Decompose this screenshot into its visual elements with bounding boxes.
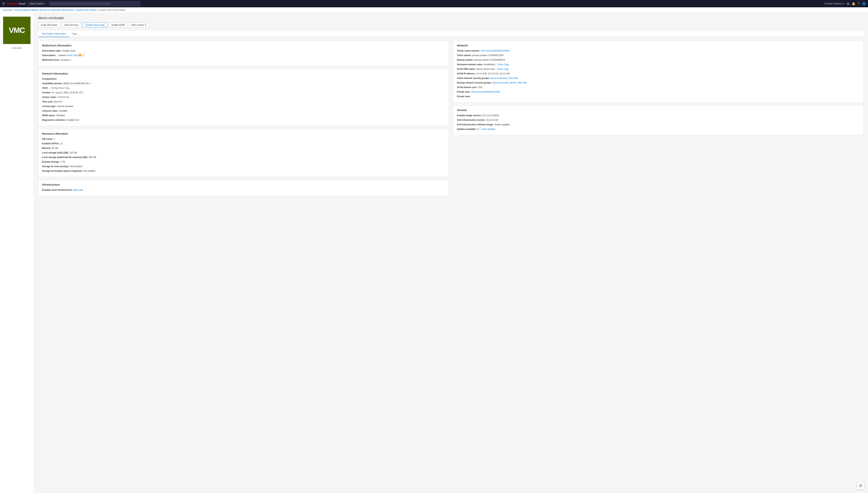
breadcrumb-exadata-service[interactable]: Oracle Exadata Database Service on Dedic… [14, 9, 74, 11]
backup-nsg-row: Backup network security groups: demo-vmc… [457, 81, 860, 84]
license-type-label: License type: [42, 105, 56, 108]
grid-software-row: Grid Infrastructure software image: Orac… [457, 123, 860, 126]
main-content: demo-vmcluster Scale VM cluster Add SSH … [34, 13, 868, 493]
view-updates-link[interactable]: View updates [482, 128, 495, 131]
vcn-row: Virtual cloud network: VCN-service202408… [457, 49, 860, 52]
client-nsg-link[interactable]: demo-vmcluster2_NSG [491, 77, 514, 80]
breadcrumb-current: Exadata VM Cluster Details [99, 9, 126, 11]
subscription-type-value: Google Cloud [62, 49, 75, 52]
breadcrumb-vm-clusters[interactable]: Exadata VM Clusters [76, 9, 96, 11]
scan-dns-value: demo2-sesuv-scan... [476, 67, 497, 71]
exadata-image-row: Exadata image version: 23.1.13.0.240510 [457, 114, 860, 117]
enabled-ocpus-label: Enabled OCPUs: [42, 142, 59, 145]
updates-info-icon[interactable]: i [479, 128, 481, 130]
local-storage-add-value: 368 GB [89, 156, 96, 159]
tab-tags[interactable]: Tags [69, 31, 80, 37]
updates-available-label: Updates available: [457, 128, 476, 131]
hostname-value: dxnwfksyhx... [484, 63, 497, 66]
page-title: demo-vmcluster [38, 16, 864, 20]
client-nsg-edit-link[interactable]: Edit [514, 77, 518, 80]
local-storage-u02-label: Local storage (/u02) (GB): [42, 151, 69, 154]
more-actions-chevron-icon: ▾ [145, 24, 146, 26]
status-badge: AVAILABLE [12, 47, 22, 49]
more-actions-button[interactable]: More actions ▾ [129, 23, 149, 27]
grid-software-value: Oracle supplied [494, 123, 509, 126]
ocid-label: OCID: [42, 86, 48, 90]
memory-label: Memory: [42, 147, 51, 150]
help-fab[interactable] [857, 482, 864, 489]
subscription-warning-icon: ! [79, 54, 81, 56]
ocid-show-link[interactable]: Show [59, 86, 64, 90]
availability-domain-label: Availability domain: [42, 82, 63, 85]
private-view-link[interactable]: VCN-service20240816104441 [471, 90, 500, 93]
globe-icon[interactable]: 🌐 [862, 2, 866, 5]
subscription-copy-link[interactable]: Copy [73, 54, 78, 57]
exadata-storage-row: Exadata storage: 2 TB [42, 160, 445, 164]
scan-ip-row: SCAN IP address: 10.3.0.209, 10.3.0.113,… [457, 72, 860, 75]
ocid-copy-link[interactable]: Copy [65, 86, 70, 90]
diagnostics-edit-link[interactable]: Edit [75, 119, 79, 122]
env-switcher-button[interactable]: Cloud Classic ▾ [27, 2, 47, 6]
subscription-show-link[interactable]: Show [67, 54, 72, 57]
oracle-text: ORACLE [7, 2, 18, 5]
scan-port-label: SCAN listener port: [457, 86, 477, 89]
exadata-cloud-link[interactable]: demo-infa [73, 188, 83, 192]
subscription-label: Subscription: [42, 54, 56, 57]
fab-dots-icon [859, 484, 862, 487]
hostname-show-link[interactable]: Show [498, 63, 503, 66]
ocid-row: OCID: ...7xx7xq Show Copy [42, 86, 445, 90]
enable-iorm-button[interactable]: Enable IORM [109, 23, 128, 27]
resource-allocation-section: Resource allocation VM Count: 2 Enabled … [38, 129, 449, 177]
scan-dns-copy-link[interactable]: Copy [503, 67, 508, 71]
infrastructure-section: Infrastructure Exadata cloud infrastruct… [38, 180, 449, 196]
updates-available-row: Updates available: 6 i View updates [457, 128, 860, 131]
network-section: Network Virtual cloud network: VCN-servi… [453, 41, 864, 103]
vcn-label: Virtual cloud network: [457, 49, 480, 52]
sidebar: VMC AVAILABLE [0, 13, 34, 493]
backup-nsg-edit-link[interactable]: Edit [523, 81, 527, 84]
grid-infra-row: Grid infrastructure version: 23.4.0.24.0… [457, 119, 860, 122]
hostname-copy-link[interactable]: Copy [504, 63, 509, 66]
search-input[interactable] [49, 1, 140, 6]
hamburger-icon[interactable]: ☰ [2, 2, 5, 5]
vcn-link[interactable]: VCN-service20240816104441 [481, 49, 510, 52]
diagnostics-label: Diagnostics collection: [42, 119, 66, 122]
subscription-type-label: Subscription type: [42, 49, 61, 52]
notifications-icon[interactable]: 🔔 [852, 2, 855, 5]
multicloud-section: Multicloud information Subscription type… [38, 41, 449, 66]
backup-subnet-label: Backup subnet: [457, 58, 474, 62]
client-nsg-label: Client network security groups: [457, 77, 490, 80]
exadata-image-value: 23.1.13.0.240510 [482, 114, 499, 117]
enabled-ocpus-value: 12 [60, 142, 63, 145]
updates-count: 6 [477, 128, 478, 131]
subscription-info-icon[interactable]: i [82, 54, 85, 56]
created-row: Created: Fri, Aug 16, 2024, 14:39:42 UTC [42, 91, 445, 94]
multicloud-zone-row: Multicloud Zone: us-east4-a [42, 58, 445, 62]
tab-bar: VM Cluster Information Tags [38, 31, 864, 37]
exadata-storage-value: 2 TB [61, 160, 65, 164]
lifecycle-state-label: Lifecycle state: [42, 109, 58, 112]
grid-infra-label: Grid infrastructure version: [457, 119, 485, 122]
storage-snapshots-row: Storage for Exadata sparse snapshots: No… [42, 169, 445, 173]
backup-nsg-link[interactable]: demo-vmcluster2_BCKP_NSG [493, 81, 522, 84]
iorm-status-label: IORM status: [42, 114, 56, 117]
cloud-text: Cloud [18, 2, 25, 5]
scale-vm-button[interactable]: Scale VM cluster [38, 23, 60, 27]
subscription-row: Subscription: ...aaaaaa Show Copy ! i [42, 54, 445, 57]
subscription-type-row: Subscription type: Google Cloud [42, 49, 445, 52]
update-license-button[interactable]: Update license type [83, 23, 107, 27]
add-ssh-button[interactable]: Add SSH keys [62, 23, 81, 27]
exadata-cloud-row: Exadata cloud infrastructure: demo-infa [42, 188, 445, 192]
tab-vm-cluster-information[interactable]: VM Cluster Information [39, 31, 69, 37]
top-navigation: ☰ ORACLE Cloud Cloud Classic ▾ US East (… [0, 0, 868, 7]
compartment-label: Compartment: [42, 77, 57, 81]
help-icon[interactable]: ? [858, 2, 860, 5]
layout-icon[interactable]: ⊞ [847, 2, 849, 5]
scan-port-value: 1521 [478, 86, 483, 89]
scan-dns-show-link[interactable]: Show [497, 67, 503, 71]
region-selector[interactable]: US East (Ashburn) ▾ [824, 2, 844, 5]
breadcrumb-overview[interactable]: Overview [3, 9, 12, 11]
subscription-value: ...aaaaaa [57, 54, 66, 57]
timezone-value: Etc/UTC [54, 100, 62, 103]
multicloud-zone-label: Multicloud Zone: [42, 58, 60, 62]
